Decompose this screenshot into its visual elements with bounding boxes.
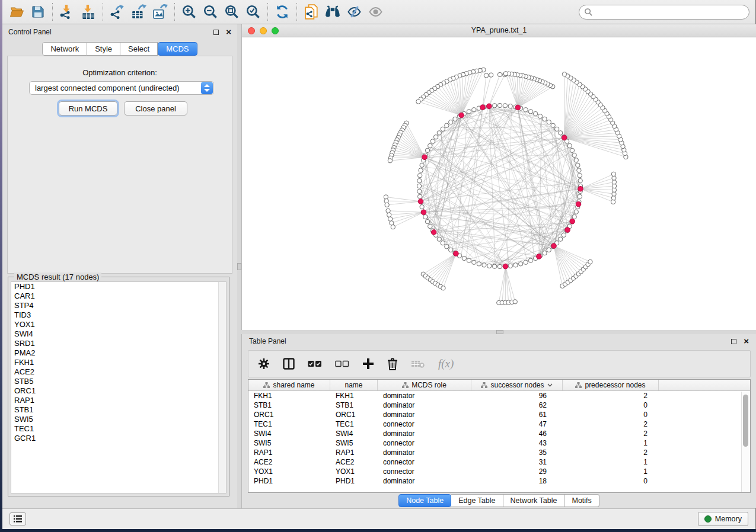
export-table-button[interactable] [128,2,149,21]
network-graph[interactable] [242,37,756,330]
table-scrollbar[interactable] [741,392,749,492]
float-panel-icon[interactable] [213,30,219,35]
zoom-selected-button[interactable] [243,2,264,21]
list-item[interactable]: GCR1 [11,434,226,443]
cell-predecessor_nodes: 2 [563,391,659,400]
add-column-icon[interactable] [362,355,374,373]
list-item[interactable]: TID3 [11,310,226,320]
select-all-icon[interactable] [308,355,322,373]
tab-motifs[interactable]: Motifs [564,494,599,507]
tab-network[interactable]: Network [42,42,87,56]
hide-selected-button[interactable] [343,2,365,21]
result-list-scrollbar[interactable] [218,282,226,493]
list-item[interactable]: TEC1 [11,424,226,434]
table-row[interactable]: SWI5SWI5connector431 [248,438,750,448]
settings-gear-icon[interactable] [258,355,270,373]
find-button[interactable] [322,2,343,21]
cell-mcds_role: dominator [378,391,471,400]
horizontal-splitter[interactable] [241,330,756,334]
column-scope-icon [402,382,409,388]
column-header-successor-nodes[interactable]: successor nodes [471,380,563,390]
mcds-result-list[interactable]: PHD1CAR1STP4TID3YOX1SWI4SRD1PMA2FKH1ACE2… [11,281,227,493]
zoom-in-button[interactable] [178,2,200,21]
network-document-icon [304,4,319,20]
list-item[interactable]: SWI5 [11,415,226,424]
table-row[interactable]: FKH1FKH1dominator962 [248,391,750,400]
vertical-splitter[interactable] [237,24,241,508]
tab-style[interactable]: Style [87,42,120,56]
eye-icon [368,5,384,19]
table-row[interactable]: YOX1YOX1connector291 [248,467,750,476]
splitter-grip[interactable] [496,330,503,334]
tab-mcds[interactable]: MCDS [158,42,197,56]
table-row[interactable]: ACE2ACE2connector311 [248,457,750,467]
tab-select[interactable]: Select [120,42,158,56]
list-item[interactable]: RAP1 [11,396,226,405]
memory-status-icon [704,515,712,523]
cell-predecessor_nodes: 1 [563,457,659,467]
run-mcds-button[interactable]: Run MCDS [59,101,117,116]
float-panel-icon[interactable] [731,339,736,344]
show-columns-icon[interactable] [283,355,295,373]
table-header-row: shared namenameMCDS rolesuccessor nodesp… [248,380,750,391]
table-row[interactable]: ORC1ORC1dominator610 [248,410,750,419]
table-row[interactable]: STB1STB1dominator620 [248,400,750,410]
close-panel-icon[interactable]: × [744,338,749,344]
cell-name: YOX1 [330,467,378,476]
table-row[interactable]: SWI4SWI4dominator462 [248,429,750,438]
cell-successor_nodes: 46 [471,429,563,438]
column-header-shared-name[interactable]: shared name [248,380,330,390]
open-file-button[interactable] [6,2,27,21]
cell-successor_nodes: 18 [471,476,563,486]
memory-button[interactable]: Memory [698,512,748,526]
table-row[interactable]: PHD1PHD1dominator180 [248,476,750,486]
network-window-titlebar[interactable]: YPA_prune.txt_1 [241,24,756,37]
column-header-name[interactable]: name [330,380,378,390]
table-row[interactable]: RAP1RAP1dominator352 [248,448,750,457]
save-session-button[interactable] [27,2,49,21]
splitter-grip[interactable] [237,263,241,270]
function-builder-icon[interactable]: f(x) [438,355,454,373]
cell-shared_name: SWI5 [248,438,330,448]
list-item[interactable]: FKH1 [11,358,226,367]
list-item[interactable]: SRD1 [11,339,226,348]
cell-name: TEC1 [330,419,378,429]
list-item[interactable]: STB1 [11,405,226,415]
scrollbar-thumb[interactable] [743,395,748,447]
zoom-fit-button[interactable] [221,2,243,21]
column-header-predecessor-nodes[interactable]: predecessor nodes [563,380,659,390]
task-history-button[interactable] [9,512,26,525]
delete-table-icon[interactable] [411,355,425,373]
list-item[interactable]: STB5 [11,377,226,386]
list-item[interactable]: SWI4 [11,329,226,339]
table-row[interactable]: TEC1TEC1connector472 [248,419,750,429]
list-item[interactable]: ORC1 [11,386,226,396]
export-network-button[interactable] [107,2,128,21]
search-field[interactable] [579,5,749,20]
import-network-button[interactable] [56,2,78,21]
tab-network-table[interactable]: Network Table [503,494,565,507]
list-item[interactable]: STP4 [11,301,226,310]
close-panel-icon[interactable]: × [226,29,231,35]
column-header-MCDS-role[interactable]: MCDS role [378,380,471,390]
delete-column-icon[interactable] [387,355,398,373]
show-all-button[interactable] [365,2,386,21]
network-from-selection-button[interactable] [301,2,322,21]
tab-node-table[interactable]: Node Table [398,494,451,507]
list-item[interactable]: ACE2 [11,367,226,377]
import-table-button[interactable] [78,2,99,21]
list-item[interactable]: PHD1 [11,282,226,291]
zoom-out-button[interactable] [200,2,221,21]
network-canvas[interactable] [241,37,756,330]
tab-edge-table[interactable]: Edge Table [451,494,503,507]
export-image-button[interactable] [149,2,171,21]
unselect-all-icon[interactable] [335,355,349,373]
cell-successor_nodes: 62 [471,400,563,410]
search-input[interactable] [593,7,749,18]
close-panel-button[interactable]: Close panel [124,101,187,116]
optimization-criterion-select[interactable]: largest connected component (undirected) [29,81,214,95]
list-item[interactable]: YOX1 [11,320,226,329]
list-item[interactable]: PMA2 [11,348,226,358]
apply-layout-button[interactable] [272,2,293,21]
list-item[interactable]: CAR1 [11,291,226,301]
